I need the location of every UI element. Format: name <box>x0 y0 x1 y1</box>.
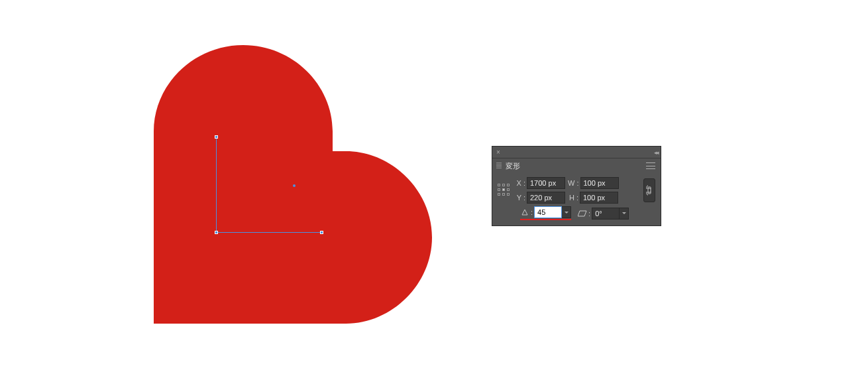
y-label: Y : <box>515 194 525 202</box>
y-input[interactable] <box>527 192 565 204</box>
rotation-input[interactable] <box>534 206 562 218</box>
link-constrain-button[interactable] <box>643 178 655 202</box>
panel-grip-icon <box>496 162 502 169</box>
h-label: H : <box>568 194 578 202</box>
panel-title: 変形 <box>506 161 520 171</box>
canvas-area[interactable] <box>0 0 464 378</box>
panel-header[interactable]: 変形 <box>492 158 661 173</box>
x-label: X : <box>515 179 525 187</box>
collapse-icon[interactable]: ◂◂ <box>654 149 658 156</box>
panel-body: X : W : Y : H : <box>492 173 661 225</box>
close-icon[interactable]: × <box>495 149 502 156</box>
shear-icon <box>578 209 587 218</box>
w-label: W : <box>568 179 579 187</box>
panel-menu-icon[interactable] <box>646 162 657 170</box>
rotation-dropdown[interactable] <box>562 206 571 218</box>
shear-input[interactable] <box>592 208 620 220</box>
shear-dropdown[interactable] <box>620 208 629 220</box>
w-input[interactable] <box>580 177 619 189</box>
panel-titlebar[interactable]: × ◂◂ <box>492 147 661 158</box>
link-icon <box>646 185 653 196</box>
reference-point-selector[interactable] <box>498 184 511 197</box>
rotation-icon <box>520 208 529 217</box>
heart-shape[interactable] <box>154 45 432 330</box>
x-input[interactable] <box>527 177 565 189</box>
svg-rect-0 <box>648 188 651 192</box>
transform-panel: × ◂◂ 変形 X : W : <box>492 146 661 226</box>
h-input[interactable] <box>580 192 618 204</box>
